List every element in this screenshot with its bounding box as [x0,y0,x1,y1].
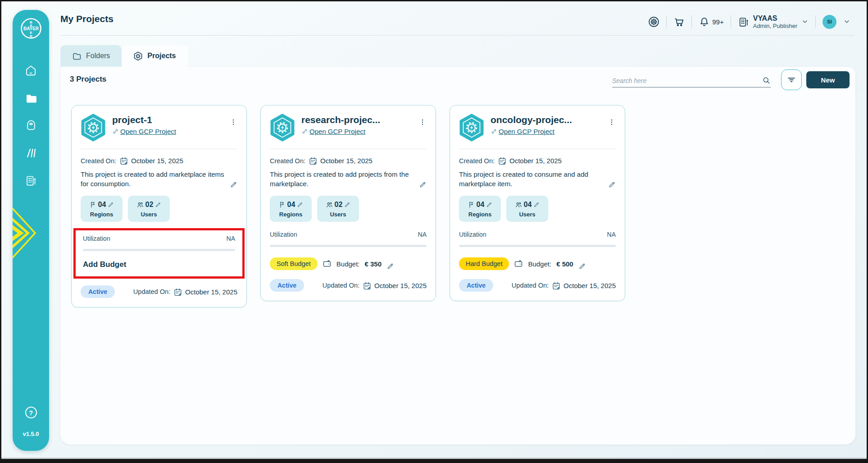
search-input[interactable] [612,77,762,84]
project-title: research-projec... [301,115,412,125]
edit-regions-icon[interactable] [486,202,492,208]
regions-count: 04 [98,201,106,209]
org-name: VYAAS [753,14,797,23]
utilization-label: Utilization [83,235,110,242]
open-gcp-link[interactable]: Open GCP Project [301,128,412,135]
project-description: This project is created to consume and a… [459,170,604,188]
created-on-label: Created On: [270,157,305,165]
wallet-icon [514,259,523,268]
utilization-progress-bar [459,245,616,247]
project-card: research-projec... Open GCP Project Crea… [260,105,436,301]
sidebar-nav [25,64,37,187]
analytics-icon[interactable] [25,147,37,159]
tab-projects[interactable]: Projects [122,45,187,67]
utilization-label: Utilization [459,231,486,238]
header-divider [691,15,692,28]
updated-on-label: Updated On: [323,282,359,289]
edit-users-icon[interactable] [533,202,540,208]
updated-on-date: October 15, 2025 [374,282,427,289]
divider [459,149,616,149]
regions-label: Regions [459,211,501,218]
utilization-progress-bar [270,245,427,247]
marketplace-bag-icon[interactable] [25,119,37,132]
org-building-icon [738,16,749,28]
utilization-value: NA [418,231,427,238]
header-actions: 99+ VYAAS Admin, Publisher SI [648,11,850,32]
settings-icon[interactable] [648,16,659,28]
project-hexagon-icon [133,51,143,61]
edit-description-icon[interactable] [419,181,427,188]
folder-icon [72,51,82,61]
annotation-highlight-box: Utilization NA Add Budget [73,228,245,279]
title-divider [60,35,854,36]
utilization-progress-bar [83,249,235,251]
updated-on-date: October 15, 2025 [185,288,237,296]
app-version: v1.5.0 [13,431,49,437]
users-badge[interactable]: 02 Users [317,196,359,222]
calendar-icon [173,288,182,296]
filter-button[interactable] [781,69,802,90]
link-icon [301,128,308,135]
budget-type-badge: Hard Budget [459,257,509,270]
search-icon[interactable] [762,76,771,85]
help-icon[interactable]: ? [25,407,37,418]
notification-count: 99+ [712,18,723,26]
users-count: 02 [335,201,343,209]
created-on-date: October 15, 2025 [131,157,183,165]
flag-icon [89,201,96,208]
avatar[interactable]: SI [823,15,836,29]
users-icon [326,201,333,208]
project-card: project-1 Open GCP Project Created On: O… [71,105,247,307]
projects-panel: 3 Projects New project-1 Open GCP Projec… [60,67,855,445]
updated-on-label: Updated On: [133,288,170,295]
updated-on-label: Updated On: [512,282,549,289]
notifications-button[interactable]: 99+ [699,16,723,28]
add-budget-link[interactable]: Add Budget [83,260,126,269]
cart-icon[interactable] [673,16,685,28]
edit-users-icon[interactable] [344,202,350,208]
svg-text:A: A [30,23,32,28]
kebab-menu-icon[interactable] [608,116,616,128]
regions-badge[interactable]: 04 Regions [81,196,123,222]
svg-text:R: R [30,34,32,38]
edit-description-icon[interactable] [230,181,237,188]
edit-budget-icon[interactable] [578,262,586,270]
created-on-date: October 15, 2025 [509,157,562,165]
utilization-label: Utilization [270,231,297,238]
calendar-icon [552,281,560,290]
edit-users-icon[interactable] [155,202,161,208]
tab-folders[interactable]: Folders [60,45,122,67]
page-title: My Projects [60,14,114,24]
kebab-menu-icon[interactable] [418,116,427,128]
flag-icon [468,201,475,208]
users-count: 02 [145,201,154,209]
divider [81,149,237,149]
home-icon[interactable] [25,64,37,77]
users-badge[interactable]: 02 Users [128,196,170,222]
budget-type-badge: Soft Budget [270,257,318,270]
bell-icon [699,16,710,28]
regions-label: Regions [81,211,123,218]
edit-regions-icon[interactable] [108,202,114,208]
divider [270,149,427,149]
kebab-menu-icon[interactable] [229,116,237,128]
edit-budget-icon[interactable] [386,262,394,270]
edit-description-icon[interactable] [608,181,616,188]
regions-badge[interactable]: 04 Regions [459,196,501,222]
edit-regions-icon[interactable] [297,202,303,208]
new-project-button[interactable]: New [806,71,850,88]
status-badge: Active [459,279,493,292]
chevron-down-icon[interactable] [843,18,850,25]
users-badge[interactable]: 04 Users [506,196,548,222]
project-description: This project is created to add projects … [270,170,414,188]
org-switcher[interactable]: VYAAS Admin, Publisher [738,14,809,29]
calendar-icon [363,281,371,290]
open-gcp-link[interactable]: Open GCP Project [491,128,601,135]
utilization-value: NA [227,235,235,242]
calendar-icon [498,156,506,165]
open-gcp-link[interactable]: Open GCP Project [112,128,223,135]
folders-icon[interactable] [25,92,37,104]
organization-icon[interactable] [25,174,37,187]
chevron-decoration [13,199,40,267]
regions-badge[interactable]: 04 Regions [270,196,312,222]
